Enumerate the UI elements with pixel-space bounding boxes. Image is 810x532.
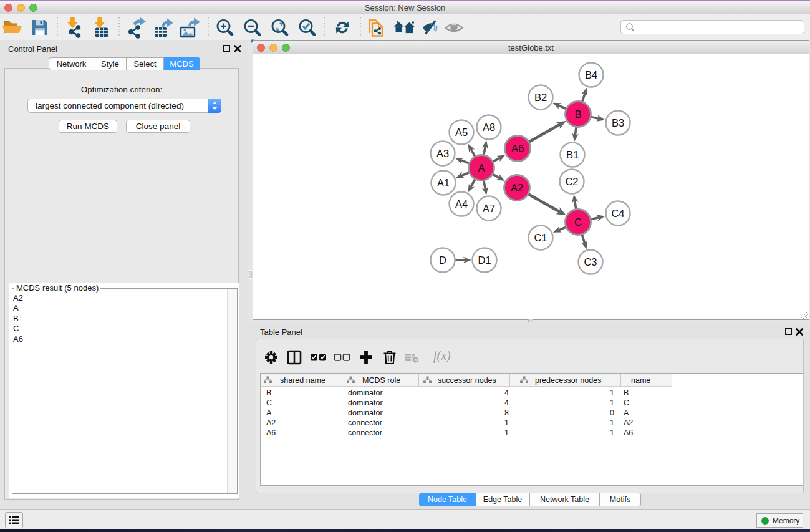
svg-text:A3: A3	[436, 148, 449, 159]
svg-text:C: C	[574, 216, 582, 228]
svg-text:D1: D1	[478, 254, 491, 266]
svg-text:A6: A6	[511, 143, 524, 154]
svg-text:B: B	[574, 109, 581, 120]
svg-text:A4: A4	[455, 198, 468, 210]
svg-text:A7: A7	[483, 203, 495, 214]
svg-text:C4: C4	[611, 208, 624, 219]
svg-text:B3: B3	[612, 117, 624, 128]
svg-text:D: D	[439, 254, 446, 266]
svg-text:A1: A1	[437, 177, 450, 188]
svg-text:C2: C2	[565, 176, 578, 187]
svg-text:C1: C1	[534, 232, 547, 243]
svg-text:A8: A8	[483, 122, 495, 133]
svg-text:B2: B2	[534, 92, 547, 103]
svg-text:A5: A5	[455, 127, 468, 138]
svg-text:B1: B1	[566, 149, 579, 160]
svg-text:B4: B4	[585, 69, 597, 80]
svg-text:A: A	[478, 162, 485, 173]
svg-text:A2: A2	[511, 182, 523, 193]
svg-text:C3: C3	[584, 256, 597, 268]
